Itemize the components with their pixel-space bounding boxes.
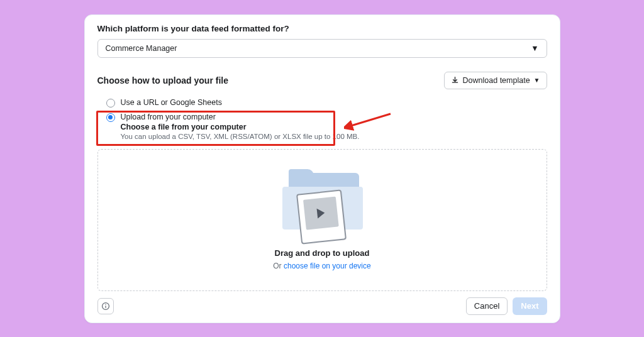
- choose-file-link[interactable]: choose file on your device: [284, 262, 371, 270]
- upload-options: Use a URL or Google Sheets Upload from y…: [97, 96, 547, 143]
- platform-select[interactable]: Commerce Manager ▼: [97, 39, 547, 58]
- download-template-button[interactable]: Download template ▼: [444, 72, 547, 89]
- svg-point-3: [105, 304, 106, 304]
- download-template-label: Download template: [463, 76, 530, 85]
- radio-unselected-icon[interactable]: [106, 99, 115, 108]
- option-url-label: Use a URL or Google Sheets: [121, 98, 222, 107]
- platform-select-value: Commerce Manager: [106, 44, 177, 53]
- upload-illustration-icon: [275, 169, 369, 245]
- dropzone-title: Drag and drop to upload: [275, 248, 370, 258]
- caret-down-icon: ▼: [534, 77, 540, 84]
- choose-upload-title: Choose how to upload your file: [97, 75, 228, 86]
- next-button[interactable]: Next: [513, 297, 547, 315]
- option-upload-help: You can upload a CSV, TSV, XML (RSS/ATOM…: [121, 133, 360, 140]
- upload-dialog: Which platform is your data feed formatt…: [84, 14, 560, 323]
- caret-down-icon: ▼: [531, 44, 538, 53]
- dropzone-subtitle: Or choose file on your device: [273, 262, 370, 270]
- option-upload-label: Upload from your computer: [121, 113, 360, 121]
- platform-question-label: Which platform is your data feed formatt…: [97, 24, 547, 33]
- download-icon: [451, 76, 459, 84]
- info-button[interactable]: [97, 298, 114, 314]
- option-url[interactable]: Use a URL or Google Sheets: [97, 96, 547, 110]
- option-upload-computer[interactable]: Upload from your computer Choose a file …: [97, 110, 547, 143]
- file-dropzone[interactable]: Drag and drop to upload Or choose file o…: [97, 149, 547, 291]
- option-upload-sub: Choose a file from your computer: [121, 123, 360, 131]
- radio-selected-icon[interactable]: [106, 113, 115, 122]
- cancel-button[interactable]: Cancel: [466, 297, 508, 315]
